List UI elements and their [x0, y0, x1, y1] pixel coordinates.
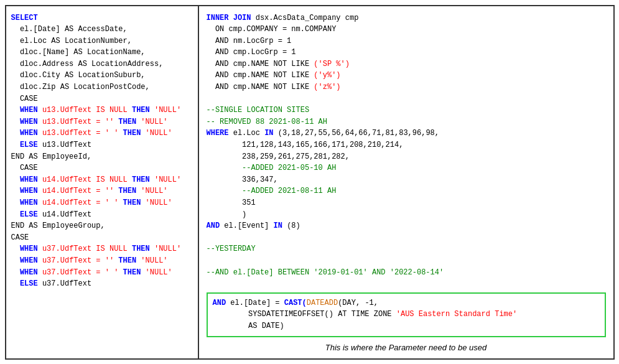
highlighted-code-box: AND el.[Date] = CAST(DATEADD(DAY, -1, SY… [207, 292, 606, 337]
right-code-area: INNER JOIN dsx.AcsData_Company cmp ON cm… [207, 12, 606, 339]
caption-text: This is where the Parameter need to be u… [207, 343, 606, 352]
right-sql-code: INNER JOIN dsx.AcsData_Company cmp ON cm… [207, 12, 606, 290]
left-sql-code: SELECT el.[Date] AS AccessDate, el.Loc A… [11, 12, 193, 290]
left-sql-panel: SELECT el.[Date] AS AccessDate, el.Loc A… [6, 6, 199, 358]
right-sql-panel: INNER JOIN dsx.AcsData_Company cmp ON cm… [199, 6, 613, 358]
main-container: SELECT el.[Date] AS AccessDate, el.Loc A… [5, 5, 615, 360]
